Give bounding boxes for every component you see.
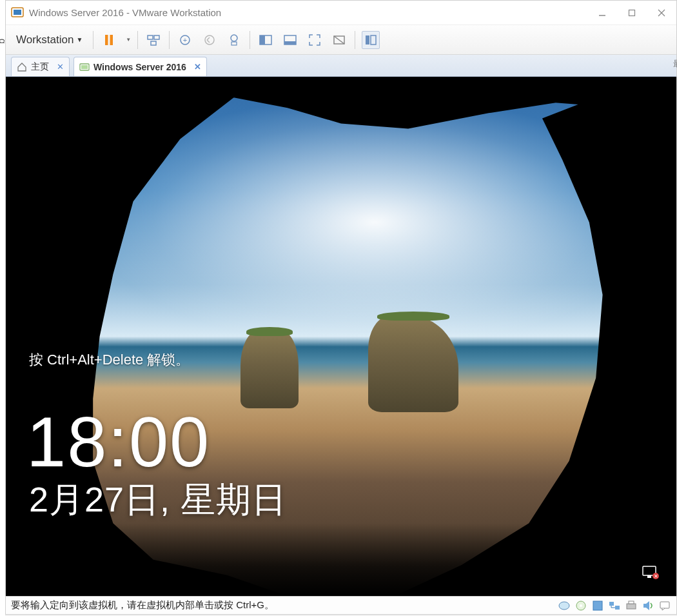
svg-rect-3 — [629, 10, 635, 15]
show-library-button[interactable] — [362, 31, 380, 49]
cdrom-icon[interactable] — [574, 600, 587, 611]
svg-rect-33 — [593, 601, 602, 610]
window-title: Windows Server 2016 - VMware Workstation — [29, 7, 587, 18]
message-log-icon[interactable] — [658, 600, 671, 611]
unity-mode-button[interactable] — [330, 31, 348, 49]
printer-icon[interactable] — [625, 600, 638, 611]
network-disconnected-icon: ✕ — [642, 565, 660, 579]
maximize-button[interactable] — [617, 1, 647, 25]
sound-icon[interactable] — [642, 600, 654, 611]
svg-rect-6 — [105, 35, 108, 45]
fullscreen-button[interactable] — [306, 31, 324, 49]
chevron-down-icon: ▼ — [76, 36, 83, 43]
svg-rect-25 — [81, 65, 88, 69]
unlock-hint: 按 Ctrl+Alt+Delete 解锁。 — [29, 350, 190, 370]
console-view-button[interactable] — [281, 31, 299, 49]
main-toolbar: Workstation ▼ ▼ + — [6, 25, 676, 55]
home-icon — [17, 62, 27, 72]
svg-line-21 — [334, 36, 344, 44]
revert-snapshot-button[interactable] — [201, 31, 219, 49]
snapshot-manager-button[interactable] — [225, 31, 243, 49]
titlebar: Windows Server 2016 - VMware Workstation — [6, 1, 676, 25]
vm-icon — [79, 62, 90, 72]
workstation-menu-button[interactable]: Workstation ▼ — [12, 31, 86, 49]
lockscreen-date: 2月27日, 星期日 — [29, 477, 287, 524]
power-dropdown-icon[interactable]: ▼ — [126, 37, 131, 43]
svg-rect-10 — [151, 41, 156, 45]
svg-rect-7 — [110, 35, 113, 45]
svg-rect-35 — [615, 606, 620, 610]
toolbar-separator — [169, 31, 170, 49]
toolbar-separator — [355, 31, 355, 49]
tab-home[interactable]: 主页 ✕ — [11, 57, 70, 76]
window-controls — [587, 1, 676, 25]
send-ctrl-alt-del-button[interactable] — [144, 31, 162, 49]
svg-point-32 — [580, 604, 582, 607]
take-snapshot-button[interactable]: + — [176, 31, 194, 49]
svg-rect-37 — [629, 601, 634, 604]
fit-guest-button[interactable] — [257, 31, 275, 49]
app-window: Windows Server 2016 - VMware Workstation… — [5, 0, 677, 615]
background-window-sliver-right: 最 — [673, 58, 677, 70]
status-message: 要将输入定向到该虚拟机，请在虚拟机内部单击或按 Ctrl+G。 — [11, 599, 558, 611]
network-adapter-icon[interactable] — [608, 600, 621, 611]
svg-text:✕: ✕ — [654, 573, 658, 579]
svg-rect-22 — [366, 35, 369, 45]
floppy-icon[interactable] — [591, 600, 604, 611]
svg-rect-38 — [660, 602, 669, 608]
svg-point-14 — [231, 35, 237, 41]
toolbar-separator — [137, 31, 138, 49]
svg-rect-15 — [231, 42, 237, 45]
svg-point-30 — [559, 602, 569, 610]
vm-console-view[interactable]: 按 Ctrl+Alt+Delete 解锁。 18:00 2月27日, 星期日 ✕ — [6, 77, 676, 596]
svg-text:+: + — [183, 36, 187, 44]
vmware-app-icon — [11, 6, 24, 19]
tab-close-icon[interactable]: ✕ — [57, 62, 64, 72]
close-button[interactable] — [647, 1, 676, 25]
svg-rect-27 — [647, 575, 651, 578]
tab-close-icon[interactable]: ✕ — [194, 62, 201, 72]
svg-rect-19 — [284, 41, 296, 45]
svg-rect-8 — [148, 35, 153, 39]
workstation-menu-label: Workstation — [16, 34, 74, 46]
toolbar-separator — [93, 31, 93, 49]
pause-vm-button[interactable] — [100, 31, 118, 49]
svg-rect-9 — [154, 35, 159, 39]
svg-rect-36 — [627, 604, 636, 609]
status-bar: 要将输入定向到该虚拟机，请在虚拟机内部单击或按 Ctrl+G。 — [6, 596, 676, 614]
tab-vm-label: Windows Server 2016 — [93, 62, 186, 72]
toolbar-separator — [250, 31, 250, 49]
status-tray — [558, 600, 671, 611]
minimize-button[interactable] — [587, 1, 617, 25]
svg-point-13 — [205, 35, 214, 45]
svg-rect-17 — [260, 35, 265, 45]
background-window-sliver-left: g — [0, 0, 5, 616]
harddisk-icon[interactable] — [558, 600, 571, 611]
tab-vm[interactable]: Windows Server 2016 ✕ — [74, 57, 207, 76]
svg-rect-23 — [371, 35, 376, 45]
svg-rect-34 — [609, 602, 614, 606]
svg-rect-1 — [14, 10, 21, 15]
tab-strip: 主页 ✕ Windows Server 2016 ✕ — [6, 55, 676, 77]
tab-home-label: 主页 — [31, 61, 49, 73]
